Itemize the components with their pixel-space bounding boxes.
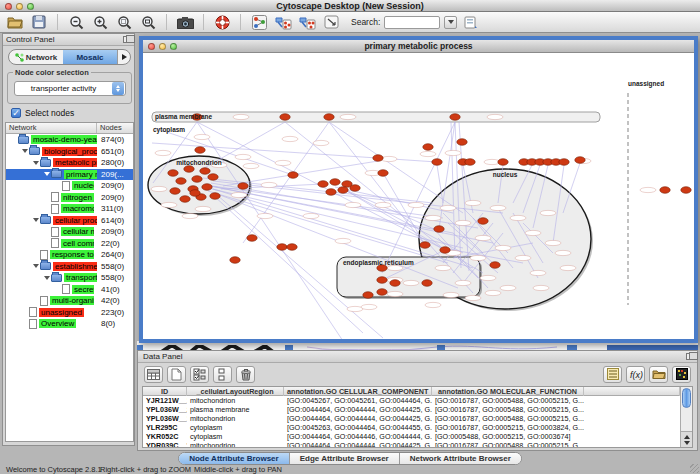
matrix-heatmap-icon[interactable] bbox=[672, 366, 691, 383]
tab-mosaic[interactable]: Mosaic bbox=[63, 50, 117, 64]
table-header-1[interactable]: _cellularLayoutRegion bbox=[187, 387, 284, 396]
table-cell[interactable]: [GO:0045267, GO:0045261, GO:0044464, G..… bbox=[284, 396, 432, 405]
table-cell[interactable]: mitochondrion bbox=[187, 396, 284, 405]
canvas-node[interactable] bbox=[498, 159, 508, 166]
scroll-up-icon[interactable] bbox=[684, 435, 690, 439]
zoom-in-icon[interactable] bbox=[90, 13, 110, 31]
node-color-select[interactable]: transporter activity bbox=[14, 81, 126, 96]
canvas-node[interactable] bbox=[432, 159, 442, 166]
canvas-node[interactable] bbox=[490, 262, 500, 269]
canvas-node[interactable] bbox=[238, 183, 248, 190]
table-header-3[interactable]: annotation.GO MOLECULAR_FUNCTION bbox=[432, 387, 584, 396]
table-cell[interactable]: YPL036W__1 bbox=[143, 414, 187, 423]
table-cell[interactable]: [GO:0016787, GO:0005488, GO:0005215, G..… bbox=[432, 441, 584, 447]
canvas-node[interactable] bbox=[287, 244, 297, 251]
canvas-node[interactable] bbox=[681, 187, 691, 194]
table-row[interactable]: YPL036W__2plasma membrane[GO:0044464, GO… bbox=[143, 405, 680, 414]
unselect-attributes-icon[interactable] bbox=[213, 366, 232, 383]
tree-row-nucleobase-[interactable]: nucleobase-209(0) bbox=[6, 180, 133, 192]
table-scrollbar[interactable] bbox=[680, 387, 692, 447]
canvas-node[interactable] bbox=[180, 196, 190, 203]
zoom-out-icon[interactable] bbox=[66, 13, 86, 31]
tab-network[interactable]: Network bbox=[9, 50, 63, 64]
table-cell[interactable]: [GO:0016787, GO:0005215, GO:0003824, G..… bbox=[432, 423, 584, 432]
select-nodes-checkbox[interactable]: ✓ bbox=[11, 108, 21, 118]
delete-attribute-trash-icon[interactable] bbox=[236, 366, 255, 383]
scrollbar-arrows[interactable] bbox=[681, 431, 692, 447]
canvas-node[interactable] bbox=[210, 193, 220, 200]
canvas-node[interactable] bbox=[390, 280, 400, 287]
network-canvas[interactable]: plasma membranecytoplasmmitochondrionnuc… bbox=[143, 53, 694, 339]
network-window-titlebar[interactable]: primary metabolic process bbox=[143, 40, 694, 53]
disclosure-arrow-icon[interactable] bbox=[31, 218, 40, 222]
canvas-node[interactable] bbox=[457, 139, 467, 146]
zoom-fit-icon[interactable] bbox=[138, 13, 158, 31]
table-row[interactable]: YLR295Ccytoplasm[GO:0045263, GO:0044464,… bbox=[143, 423, 680, 432]
attribute-list-icon[interactable] bbox=[603, 366, 622, 383]
canvas-node[interactable] bbox=[170, 188, 180, 195]
network-view-icon[interactable] bbox=[249, 13, 269, 31]
canvas-node[interactable] bbox=[184, 166, 194, 173]
table-cell[interactable]: [GO:0016787, GO:0005488, GO:0005215, G..… bbox=[432, 396, 584, 405]
canvas-node[interactable] bbox=[660, 187, 670, 194]
float-data-panel-icon[interactable] bbox=[686, 353, 694, 360]
import-network-icon[interactable] bbox=[273, 13, 293, 31]
scroll-down-icon[interactable] bbox=[684, 441, 690, 445]
tree-row-establishment-of-lo[interactable]: establishment of lo558(0) bbox=[6, 261, 133, 273]
table-cell[interactable]: mitochondrion bbox=[187, 441, 284, 447]
import-attributes-folder-icon[interactable] bbox=[649, 366, 668, 383]
tab-overflow-button[interactable] bbox=[117, 50, 130, 64]
tab-edge-attribute-browser[interactable]: Edge Attribute Browser bbox=[290, 453, 400, 464]
canvas-node[interactable] bbox=[377, 277, 387, 284]
canvas-node[interactable] bbox=[465, 159, 475, 166]
tab-network-attribute-browser[interactable]: Network Attribute Browser bbox=[400, 453, 521, 464]
import-table-icon[interactable] bbox=[297, 13, 317, 31]
table-cell[interactable]: [GO:0045263, GO:0044464, GO:0044455, G..… bbox=[284, 423, 432, 432]
tree-row-metabolic-process[interactable]: metabolic process280(0) bbox=[6, 157, 133, 169]
annotation-icon[interactable] bbox=[321, 13, 341, 31]
tree-row-secretion[interactable]: secretion41(0) bbox=[6, 284, 133, 296]
select-attributes-icon[interactable] bbox=[190, 366, 209, 383]
tree-row-primary-metabolic-process[interactable]: primary metabolic process209(... bbox=[6, 169, 133, 181]
tree-row-overview[interactable]: Overview8(0) bbox=[6, 318, 133, 330]
tree-row-cellular-metabo[interactable]: cellular metabo209(0) bbox=[6, 226, 133, 238]
snapshot-camera-icon[interactable] bbox=[175, 13, 195, 31]
tree-row-biological-process[interactable]: biological_process651(0) bbox=[6, 146, 133, 158]
help-lifering-icon[interactable] bbox=[212, 13, 232, 31]
table-cell[interactable]: cytoplasm bbox=[187, 432, 284, 441]
canvas-node[interactable] bbox=[247, 235, 257, 242]
table-cell[interactable]: YJR121W__1 bbox=[143, 396, 187, 405]
function-builder-icon[interactable]: f(x) bbox=[626, 366, 645, 383]
table-cell[interactable]: plasma membrane bbox=[187, 405, 284, 414]
canvas-node[interactable] bbox=[280, 114, 290, 121]
canvas-node[interactable] bbox=[440, 247, 450, 254]
resize-grip[interactable] bbox=[690, 464, 699, 473]
canvas-node[interactable] bbox=[363, 292, 373, 299]
canvas-node[interactable] bbox=[277, 244, 287, 251]
disclosure-arrow-icon[interactable] bbox=[42, 172, 51, 176]
tree-row-macromolecule[interactable]: macromolecule311(0) bbox=[6, 203, 133, 215]
canvas-node[interactable] bbox=[378, 170, 388, 177]
tree-col-nodes[interactable]: Nodes bbox=[97, 123, 133, 133]
search-dropdown-button[interactable] bbox=[444, 16, 457, 29]
table-cell[interactable]: [GO:0044464, GO:0044444, GO:0044425, G..… bbox=[284, 441, 432, 447]
search-input[interactable] bbox=[384, 16, 440, 29]
canvas-node[interactable] bbox=[230, 257, 240, 264]
save-icon[interactable] bbox=[29, 13, 49, 31]
tree-row-multi-organism-pro[interactable]: multi-organism pro42(0) bbox=[6, 295, 133, 307]
table-cell[interactable]: [GO:0044464, GO:0044444, GO:0044425, G..… bbox=[284, 414, 432, 423]
canvas-node[interactable] bbox=[478, 218, 488, 225]
table-cell[interactable]: [GO:0044464, GO:0044446, GO:0044444, G..… bbox=[284, 432, 432, 441]
canvas-node[interactable] bbox=[559, 159, 569, 166]
table-header-2[interactable]: annotation.GO CELLULAR_COMPONENT bbox=[284, 387, 432, 396]
table-row[interactable]: YJR121W__1mitochondrion[GO:0045267, GO:0… bbox=[143, 396, 680, 405]
canvas-node[interactable] bbox=[377, 289, 387, 296]
canvas-node[interactable] bbox=[195, 147, 205, 154]
tab-node-attribute-browser[interactable]: Node Attribute Browser bbox=[179, 453, 290, 464]
table-cell[interactable]: [GO:0016787, GO:0005488, GO:0005215, G..… bbox=[432, 414, 584, 423]
table-cell[interactable]: [GO:0005488, GO:0005215, GO:0003674] bbox=[432, 432, 584, 441]
canvas-node[interactable] bbox=[190, 190, 200, 197]
table-cell[interactable]: cytoplasm bbox=[187, 423, 284, 432]
scrollbar-thumb[interactable] bbox=[682, 388, 691, 408]
tree-row-transport[interactable]: transport558(0) bbox=[6, 272, 133, 284]
